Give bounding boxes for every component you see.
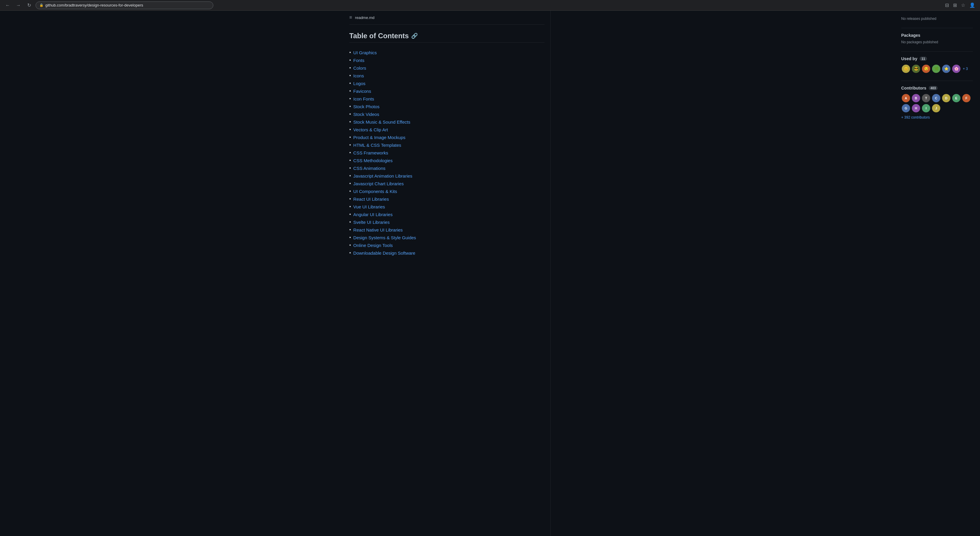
toc-link[interactable]: Vectors & Clip Art <box>353 127 388 132</box>
contributor-avatar[interactable]: I <box>921 104 931 113</box>
contributor-avatar[interactable]: D <box>942 93 951 103</box>
address-bar[interactable]: 🔒 github.com/bradtraversy/design-resourc… <box>35 2 213 9</box>
lock-icon: 🔒 <box>40 3 43 7</box>
toc-item: Product & Image Mockups <box>349 133 544 141</box>
packages-section: Packages No packages published <box>901 33 973 44</box>
toc-list: UI GraphicsFontsColorsIconsLogosFavicons… <box>349 49 544 257</box>
used-by-avatar[interactable]: 😊 <box>901 64 911 73</box>
toc-item: React Native UI Libraries <box>349 226 544 234</box>
toc-link[interactable]: UI Graphics <box>353 50 377 55</box>
profile-icon[interactable]: 👤 <box>968 2 977 9</box>
toc-link[interactable]: Logos <box>353 81 366 86</box>
toc-item: Vectors & Clip Art <box>349 126 544 133</box>
toc-item: UI Graphics <box>349 49 544 56</box>
browser-chrome: ← → ↻ 🔒 github.com/bradtraversy/design-r… <box>0 0 980 11</box>
toc-item: Colors <box>349 64 544 72</box>
extensions-icon[interactable]: ⊞ <box>952 2 958 9</box>
toc-item: CSS Methodologies <box>349 156 544 164</box>
used-by-header: Used by 11 <box>901 56 973 61</box>
toc-link[interactable]: Colors <box>353 65 366 70</box>
no-packages-text: No packages published <box>901 40 973 44</box>
contributor-avatar[interactable]: F <box>962 93 971 103</box>
toc-link[interactable]: Product & Image Mockups <box>353 135 406 140</box>
toc-item: Favicons <box>349 87 544 95</box>
used-by-avatar[interactable]: 😏 <box>921 64 931 73</box>
toc-link[interactable]: Javascript Chart Libraries <box>353 181 404 186</box>
toc-heading: Table of Contents 🔗 <box>349 32 544 43</box>
contributors-title: Contributors <box>901 86 926 91</box>
sidebar-divider-1 <box>901 28 973 28</box>
toc-heading-text: Table of Contents <box>349 32 409 40</box>
contributor-avatar[interactable]: H <box>911 104 921 113</box>
toc-item: Fonts <box>349 56 544 64</box>
contributor-avatar[interactable]: B <box>911 93 921 103</box>
sidebar-divider-3 <box>901 81 973 81</box>
toc-item: Svelte UI Libraries <box>349 218 544 226</box>
used-by-badge: 11 <box>920 57 927 61</box>
sidebar-divider-2 <box>901 51 973 52</box>
toc-link[interactable]: Design Systems & Style Guides <box>353 235 416 240</box>
contributor-avatar[interactable]: G <box>901 104 911 113</box>
anchor-link-icon[interactable]: 🔗 <box>411 33 418 39</box>
contributor-avatar[interactable]: A <box>901 93 911 103</box>
toc-link[interactable]: React UI Libraries <box>353 196 389 202</box>
toc-item: Stock Music & Sound Effects <box>349 118 544 126</box>
used-by-section: Used by 11 😊😎😏🌿⭐🌸+ 3 <box>901 56 973 73</box>
used-by-avatar[interactable]: ⭐ <box>942 64 951 73</box>
releases-section: No releases published <box>901 17 973 21</box>
used-by-title: Used by <box>901 56 917 61</box>
toc-item: Vue UI Libraries <box>349 203 544 211</box>
toc-link[interactable]: Online Design Tools <box>353 243 393 248</box>
page-layout: ≡ readme.md Table of Contents 🔗 UI Graph… <box>0 11 980 536</box>
toc-link[interactable]: Fonts <box>353 58 365 63</box>
toc-link[interactable]: CSS Frameworks <box>353 150 388 155</box>
used-by-plus-more[interactable]: + 3 <box>963 67 968 71</box>
sidebar: No releases published Packages No packag… <box>894 11 980 536</box>
toc-item: Icons <box>349 72 544 80</box>
used-by-avatars: 😊😎😏🌿⭐🌸+ 3 <box>901 64 973 73</box>
toc-link[interactable]: Stock Videos <box>353 112 379 117</box>
toc-link[interactable]: UI Components & Kits <box>353 189 397 194</box>
toc-item: CSS Frameworks <box>349 149 544 156</box>
toc-link[interactable]: Angular UI Libraries <box>353 212 393 217</box>
toc-item: React UI Libraries <box>349 195 544 203</box>
toc-link[interactable]: CSS Animations <box>353 166 385 171</box>
toc-link[interactable]: HTML & CSS Templates <box>353 143 401 148</box>
toc-link[interactable]: Javascript Animation Libraries <box>353 174 412 179</box>
used-by-avatar[interactable]: 😎 <box>911 64 921 73</box>
toc-item: Downloadable Design Software <box>349 249 544 257</box>
used-by-avatar[interactable]: 🌸 <box>951 64 961 73</box>
contributors-link[interactable]: + 392 contributors <box>901 115 973 120</box>
back-button[interactable]: ← <box>3 1 12 10</box>
contributor-avatar[interactable]: J <box>931 104 941 113</box>
toc-link[interactable]: Stock Music & Sound Effects <box>353 120 410 124</box>
toc-link[interactable]: React Native UI Libraries <box>353 227 403 233</box>
main-content: ≡ readme.md Table of Contents 🔗 UI Graph… <box>344 11 551 536</box>
toc-link[interactable]: Favicons <box>353 89 371 94</box>
cast-icon[interactable]: ⊟ <box>944 2 950 9</box>
toc-link[interactable]: Icons <box>353 73 364 78</box>
contributor-avatar[interactable]: T <box>921 93 931 103</box>
toc-link[interactable]: CSS Methodologies <box>353 158 393 163</box>
contributor-avatar[interactable]: C <box>931 93 941 103</box>
contributors-section: Contributors 403 ABTCDEFGHIJ + 392 contr… <box>901 86 973 120</box>
reload-button[interactable]: ↻ <box>25 1 33 10</box>
contributors-grid: ABTCDEFGHIJ <box>901 93 973 113</box>
toc-link[interactable]: Svelte UI Libraries <box>353 220 390 225</box>
contributor-avatar[interactable]: E <box>951 93 961 103</box>
toc-item: Stock Videos <box>349 110 544 118</box>
bookmark-icon[interactable]: ☆ <box>960 2 966 9</box>
used-by-avatar[interactable]: 🌿 <box>931 64 941 73</box>
toc-link[interactable]: Icon Fonts <box>353 96 374 101</box>
toc-link[interactable]: Vue UI Libraries <box>353 204 385 209</box>
toc-item: Javascript Chart Libraries <box>349 180 544 187</box>
toc-item: Design Systems & Style Guides <box>349 234 544 241</box>
packages-title: Packages <box>901 33 973 38</box>
forward-button[interactable]: → <box>14 1 22 10</box>
toc-item: UI Components & Kits <box>349 187 544 195</box>
toc-item: Online Design Tools <box>349 241 544 249</box>
toc-link[interactable]: Stock Photos <box>353 104 380 109</box>
contributors-header: Contributors 403 <box>901 86 973 91</box>
toc-link[interactable]: Downloadable Design Software <box>353 250 415 255</box>
url-text: github.com/bradtraversy/design-resources… <box>45 3 143 7</box>
